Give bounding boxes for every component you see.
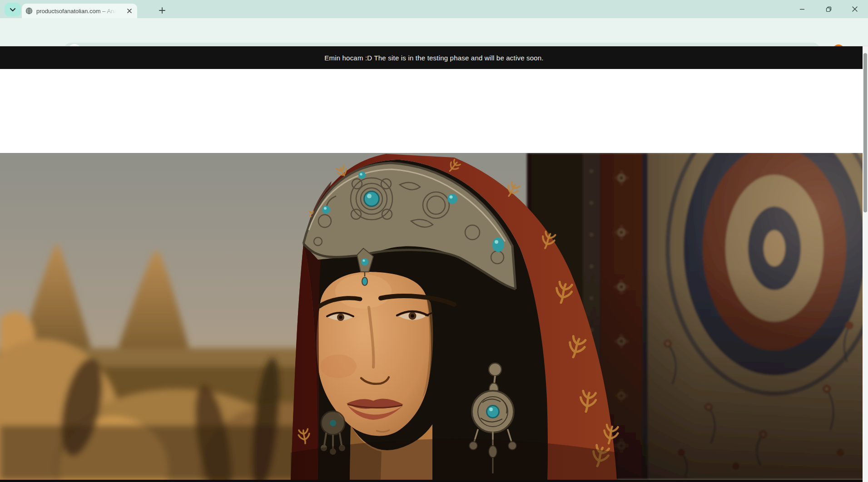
- restore-button[interactable]: [815, 0, 842, 18]
- taskbar-edge: [0, 480, 868, 482]
- globe-favicon-icon: [25, 7, 33, 15]
- chevron-down-icon: [10, 8, 16, 12]
- restore-icon: [826, 6, 832, 12]
- browser-toolbar: productsofanatolian.com s: [0, 18, 868, 46]
- page-scrollbar-thumb[interactable]: [863, 53, 867, 212]
- tab-close-icon[interactable]: [125, 7, 134, 15]
- announcement-bar: Emin hocam :D The site is in the testing…: [0, 46, 868, 69]
- browser-tab[interactable]: productsofanatolian.com – Anat: [22, 4, 137, 18]
- hero-image: [0, 153, 868, 480]
- minimize-button[interactable]: [789, 0, 815, 18]
- tab-search-button[interactable]: [5, 3, 21, 16]
- tab-title: productsofanatolian.com – Anat: [36, 8, 116, 15]
- plus-icon: [159, 7, 165, 14]
- new-tab-button[interactable]: [154, 4, 170, 17]
- site-header: ANATOLIAN BEAUTY Home Page Catalog Conta…: [0, 69, 868, 153]
- close-window-button[interactable]: [842, 0, 868, 18]
- browser-titlebar: productsofanatolian.com – Anat: [0, 0, 868, 18]
- browser-window: productsofanatolian.com – Anat: [0, 0, 868, 482]
- minimize-icon: [799, 6, 805, 12]
- announcement-text: Emin hocam :D The site is in the testing…: [324, 54, 544, 62]
- close-icon: [852, 6, 858, 12]
